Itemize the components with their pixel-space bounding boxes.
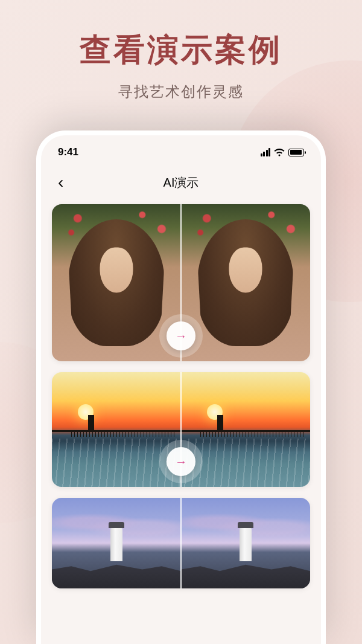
- phone-screen: 9:41 ‹ AI演示: [41, 135, 321, 644]
- status-time: 9:41: [58, 146, 78, 158]
- wifi-icon: [274, 149, 285, 156]
- headline: 查看演示案例: [0, 29, 362, 71]
- signal-icon: [261, 148, 271, 156]
- compare-card-lighthouse[interactable]: [52, 498, 310, 588]
- nav-title: AI演示: [164, 175, 199, 191]
- marketing-header: 查看演示案例 寻找艺术创作灵感: [0, 0, 362, 101]
- compare-divider: [180, 498, 182, 588]
- compare-card-portrait[interactable]: →: [52, 204, 310, 361]
- status-icons: [261, 148, 305, 156]
- compare-after: [181, 498, 310, 588]
- status-bar: 9:41: [41, 135, 321, 164]
- compare-slider-handle[interactable]: →: [167, 321, 195, 350]
- battery-icon: [288, 149, 304, 156]
- back-button[interactable]: ‹: [53, 172, 68, 193]
- demo-list[interactable]: → →: [41, 204, 321, 588]
- compare-slider-handle[interactable]: →: [167, 447, 195, 476]
- compare-card-sunset[interactable]: →: [52, 372, 310, 487]
- subtitle: 寻找艺术创作灵感: [0, 82, 362, 101]
- compare-before: [52, 498, 181, 588]
- arrow-right-icon: →: [175, 329, 187, 343]
- phone-mockup: 9:41 ‹ AI演示: [36, 130, 326, 644]
- nav-bar: ‹ AI演示: [41, 164, 321, 204]
- arrow-right-icon: →: [175, 455, 187, 469]
